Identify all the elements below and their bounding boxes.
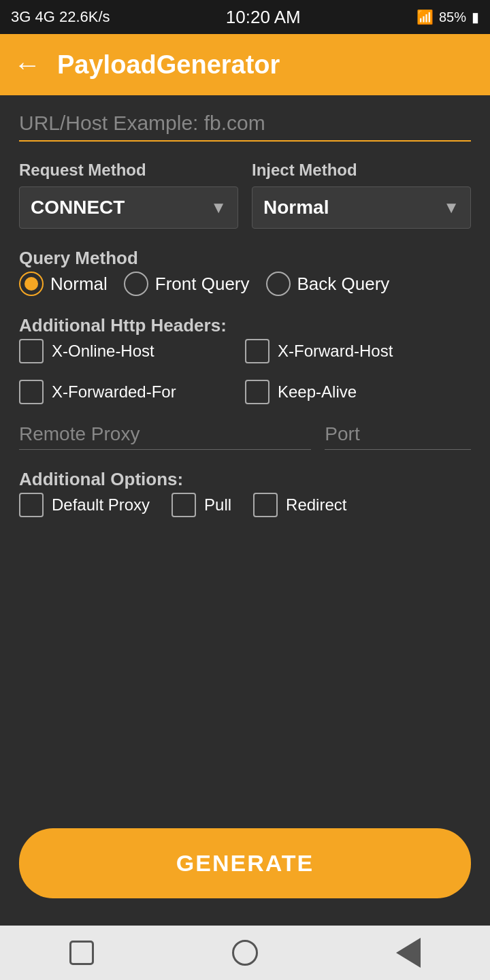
query-front-label: Front Query	[155, 274, 250, 295]
battery-icon: ▮	[472, 9, 479, 25]
inject-method-label: Inject Method	[252, 161, 471, 180]
method-row: Request Method CONNECT ▼ Inject Method N…	[19, 161, 471, 229]
app-bar: ← PayloadGenerator	[0, 34, 490, 95]
http-headers-options: X-Online-Host X-Forward-Host X-Forwarded…	[19, 339, 471, 404]
x-forwarded-for-option[interactable]: X-Forwarded-For	[19, 380, 245, 404]
signal-text: 3G 4G 22.6K/s	[11, 8, 110, 26]
query-back-label: Back Query	[297, 274, 390, 295]
x-forward-host-option[interactable]: X-Forward-Host	[245, 339, 471, 363]
nav-recents-button[interactable]	[65, 936, 99, 970]
keep-alive-checkbox[interactable]	[245, 380, 270, 404]
redirect-checkbox[interactable]	[253, 493, 278, 517]
redirect-option[interactable]: Redirect	[253, 493, 346, 517]
x-forward-host-label: X-Forward-Host	[278, 342, 393, 361]
query-back-radio[interactable]	[266, 272, 291, 296]
main-content: Request Method CONNECT ▼ Inject Method N…	[0, 95, 490, 828]
remote-proxy-wrap	[19, 423, 311, 450]
keep-alive-option[interactable]: Keep-Alive	[245, 380, 471, 404]
query-method-options: Normal Front Query Back Query	[19, 272, 471, 296]
bottom-nav	[0, 926, 490, 980]
bluetooth-icon: 📶	[416, 9, 434, 25]
generate-button[interactable]: GENERATE	[19, 828, 471, 898]
page-title: PayloadGenerator	[57, 50, 280, 80]
pull-option[interactable]: Pull	[172, 493, 231, 517]
query-normal-option[interactable]: Normal	[19, 272, 108, 296]
additional-options-label: Additional Options:	[19, 469, 471, 490]
query-back-option[interactable]: Back Query	[266, 272, 390, 296]
remote-proxy-input[interactable]	[19, 423, 311, 445]
query-front-radio[interactable]	[124, 272, 148, 296]
port-wrap	[325, 423, 471, 450]
back-button[interactable]: ←	[14, 50, 41, 80]
status-left: 3G 4G 22.6K/s	[11, 8, 110, 26]
recents-icon	[69, 941, 94, 965]
query-normal-label: Normal	[50, 274, 108, 295]
additional-options-section: Additional Options: Default Proxy Pull R…	[19, 469, 471, 517]
http-headers-label: Additional Http Headers:	[19, 315, 471, 336]
request-method-select[interactable]: CONNECT ▼	[19, 186, 238, 229]
home-icon	[232, 940, 258, 966]
inject-method-group: Inject Method Normal ▼	[252, 161, 471, 229]
inject-method-value: Normal	[263, 197, 329, 218]
pull-checkbox[interactable]	[172, 493, 196, 517]
default-proxy-label: Default Proxy	[52, 495, 150, 514]
url-input-container	[19, 112, 471, 142]
generate-btn-wrap: GENERATE	[0, 828, 490, 926]
status-right: 📶 85% ▮	[416, 9, 479, 25]
x-online-host-option[interactable]: X-Online-Host	[19, 339, 245, 363]
status-time: 10:20 AM	[226, 7, 301, 28]
redirect-label: Redirect	[286, 495, 346, 514]
port-input[interactable]	[325, 423, 471, 445]
query-normal-radio[interactable]	[19, 272, 44, 296]
request-method-value: CONNECT	[31, 197, 125, 218]
back-icon	[396, 938, 421, 968]
additional-options-row: Default Proxy Pull Redirect	[19, 493, 471, 517]
request-method-group: Request Method CONNECT ▼	[19, 161, 238, 229]
default-proxy-option[interactable]: Default Proxy	[19, 493, 150, 517]
query-method-label: Query Method	[19, 248, 471, 269]
nav-home-button[interactable]	[228, 936, 262, 970]
inject-method-arrow-icon: ▼	[443, 198, 459, 217]
nav-back-button[interactable]	[391, 936, 425, 970]
x-online-host-checkbox[interactable]	[19, 339, 44, 363]
query-method-section: Query Method Normal Front Query Back Que…	[19, 248, 471, 296]
url-input[interactable]	[19, 112, 471, 135]
proxy-row	[19, 423, 471, 450]
x-forwarded-for-checkbox[interactable]	[19, 380, 44, 404]
x-online-host-label: X-Online-Host	[52, 342, 154, 361]
query-front-option[interactable]: Front Query	[124, 272, 250, 296]
x-forward-host-checkbox[interactable]	[245, 339, 270, 363]
status-bar: 3G 4G 22.6K/s 10:20 AM 📶 85% ▮	[0, 0, 490, 34]
x-forwarded-for-label: X-Forwarded-For	[52, 382, 176, 402]
default-proxy-checkbox[interactable]	[19, 493, 44, 517]
http-headers-section: Additional Http Headers: X-Online-Host X…	[19, 315, 471, 404]
battery-text: 85%	[439, 10, 466, 25]
pull-label: Pull	[204, 495, 231, 514]
request-method-label: Request Method	[19, 161, 238, 180]
inject-method-select[interactable]: Normal ▼	[252, 186, 471, 229]
keep-alive-label: Keep-Alive	[278, 382, 357, 402]
request-method-arrow-icon: ▼	[210, 198, 227, 217]
